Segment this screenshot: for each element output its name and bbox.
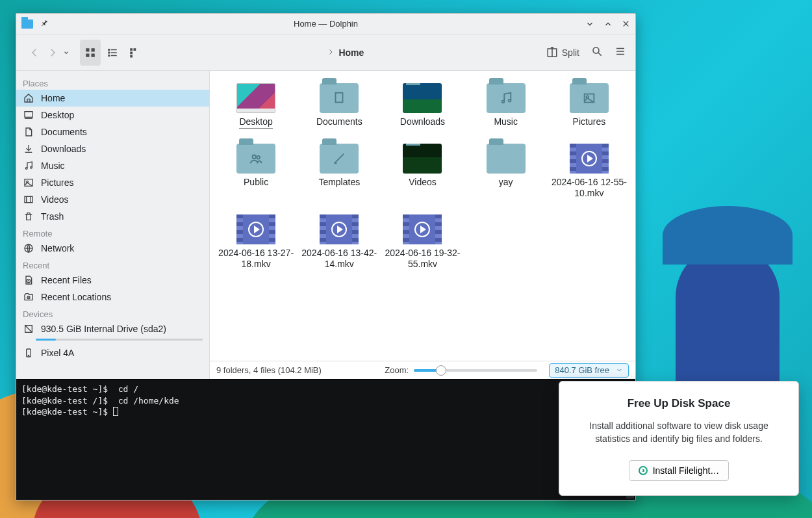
- folder-music[interactable]: Music: [468, 83, 544, 129]
- maximize-button[interactable]: [603, 19, 613, 29]
- chevron-right-icon: [327, 47, 335, 58]
- sidebar-item-label: Recent Files: [41, 275, 92, 285]
- free-space-dropdown[interactable]: 840.7 GiB free: [549, 363, 629, 378]
- sidebar-item-recent-locations[interactable]: Recent Locations: [16, 289, 209, 305]
- filelight-icon: [639, 466, 648, 475]
- sidebar-item-downloads[interactable]: Downloads: [16, 140, 209, 157]
- sidebar-item-label: Videos: [41, 194, 69, 205]
- home-icon: [23, 92, 34, 104]
- svg-rect-9: [111, 55, 117, 56]
- sidebar-item-label: Recent Locations: [41, 292, 111, 302]
- zoom-slider[interactable]: [414, 369, 537, 372]
- drive-usage-bar: [36, 339, 203, 341]
- sidebar-item-pictures[interactable]: Pictures: [16, 174, 209, 191]
- file-video-4[interactable]: 2024-06-16 19-32-55.mkv: [384, 214, 461, 270]
- app-icon: [21, 19, 33, 29]
- zoom-slider-thumb[interactable]: [436, 365, 446, 376]
- install-filelight-button[interactable]: Install Filelight…: [629, 460, 730, 481]
- devices-header: Devices: [16, 305, 209, 320]
- sidebar-item-network[interactable]: Network: [16, 240, 209, 257]
- sidebar-item-trash[interactable]: Trash: [16, 208, 209, 225]
- downloads-icon: [23, 143, 34, 155]
- item-label: 2024-06-16 13-27-18.mkv: [218, 248, 294, 270]
- titlebar: Home — Dolphin: [16, 14, 635, 34]
- svg-point-45: [257, 155, 260, 159]
- desktop-icon: [23, 109, 34, 121]
- icon-view-button[interactable]: [80, 40, 101, 66]
- svg-rect-5: [111, 49, 117, 50]
- sidebar-item-documents[interactable]: Documents: [16, 123, 209, 140]
- file-video-1[interactable]: 2024-06-16 12-55-10.mkv: [551, 143, 628, 200]
- folder-pictures[interactable]: Pictures: [551, 83, 628, 129]
- svg-rect-4: [108, 49, 110, 51]
- folder-templates[interactable]: Templates: [301, 143, 377, 200]
- terminal-line: [kde@kde-test /]$ cd /home/kde: [21, 396, 179, 406]
- recent-locations-icon: [23, 291, 34, 303]
- folder-desktop[interactable]: Desktop: [218, 83, 294, 129]
- status-bar: 9 folders, 4 files (104.2 MiB) Zoom: 840…: [210, 361, 635, 379]
- sidebar-item-label: Trash: [41, 211, 64, 222]
- forward-button[interactable]: [44, 40, 62, 66]
- trash-icon: [23, 211, 34, 222]
- svg-rect-6: [108, 51, 110, 53]
- sidebar-item-music[interactable]: Music: [16, 157, 209, 174]
- recent-files-icon: [23, 274, 34, 286]
- compact-view-button[interactable]: [102, 40, 123, 66]
- recent-header: Recent: [16, 257, 209, 272]
- popup-title: Free Up Disk Space: [574, 397, 784, 410]
- svg-point-44: [253, 155, 257, 159]
- terminal-panel[interactable]: [kde@kde-test ~]$ cd / [kde@kde-test /]$…: [16, 379, 635, 500]
- folder-yay[interactable]: yay: [468, 143, 544, 200]
- back-button[interactable]: [25, 40, 44, 66]
- close-button[interactable]: [622, 19, 630, 28]
- folder-videos[interactable]: Videos: [384, 143, 461, 200]
- folder-public[interactable]: Public: [218, 143, 294, 200]
- file-view[interactable]: Desktop Documents Downloads Music: [210, 71, 635, 361]
- sidebar-item-internal-drive[interactable]: 930.5 GiB Internal Drive (sda2): [16, 320, 209, 337]
- chevron-down-icon: [616, 367, 623, 374]
- install-filelight-label: Install Filelight…: [653, 465, 720, 476]
- item-label: 2024-06-16 13-42-14.mkv: [301, 248, 377, 270]
- menu-button[interactable]: [615, 45, 626, 59]
- breadcrumb-home[interactable]: Home: [338, 47, 364, 58]
- svg-rect-10: [130, 48, 133, 51]
- sidebar-item-phone[interactable]: Pixel 4A: [16, 344, 209, 361]
- svg-point-25: [25, 168, 27, 170]
- item-label: Documents: [316, 116, 362, 128]
- split-label: Split: [562, 47, 579, 58]
- item-label: Downloads: [400, 116, 445, 128]
- details-view-button[interactable]: [124, 40, 145, 66]
- sidebar-item-videos[interactable]: Videos: [16, 191, 209, 208]
- sidebar-item-label: Music: [41, 161, 65, 171]
- pin-icon[interactable]: [40, 18, 49, 29]
- svg-point-26: [31, 166, 32, 168]
- item-label: Pictures: [573, 116, 606, 128]
- item-label: 2024-06-16 12-55-10.mkv: [551, 177, 628, 200]
- sidebar-item-desktop[interactable]: Desktop: [16, 107, 209, 123]
- nav-history-dropdown[interactable]: [62, 49, 71, 56]
- sidebar-item-label: Documents: [41, 127, 87, 137]
- sidebar-item-home[interactable]: Home: [16, 90, 209, 107]
- file-video-3[interactable]: 2024-06-16 13-42-14.mkv: [301, 214, 377, 270]
- split-button[interactable]: Split: [546, 47, 579, 58]
- svg-line-36: [25, 326, 32, 333]
- search-button[interactable]: [591, 45, 603, 59]
- file-video-2[interactable]: 2024-06-16 13-27-18.mkv: [218, 214, 294, 270]
- terminal-cursor: [113, 407, 118, 416]
- free-space-label: 840.7 GiB free: [555, 365, 609, 375]
- folder-documents[interactable]: Documents: [301, 83, 377, 129]
- svg-point-40: [501, 101, 504, 103]
- svg-rect-0: [86, 48, 89, 51]
- sidebar-item-recent-files[interactable]: Recent Files: [16, 272, 209, 289]
- svg-rect-2: [86, 53, 89, 57]
- sidebar-item-label: Network: [41, 243, 74, 253]
- music-icon: [23, 160, 34, 172]
- breadcrumb[interactable]: Home: [151, 47, 540, 58]
- minimize-button[interactable]: [585, 19, 594, 29]
- svg-rect-7: [111, 52, 117, 53]
- folder-downloads[interactable]: Downloads: [384, 83, 461, 129]
- free-space-popup: Free Up Disk Space Install additional so…: [559, 381, 799, 496]
- item-label: Videos: [409, 177, 437, 188]
- item-label: Desktop: [239, 116, 272, 129]
- svg-rect-12: [130, 51, 133, 54]
